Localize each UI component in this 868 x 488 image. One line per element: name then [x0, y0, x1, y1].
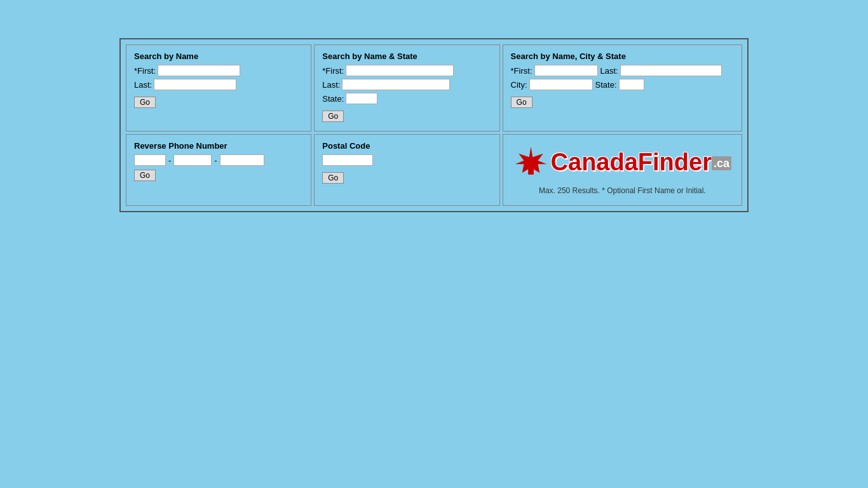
postal-code-input[interactable]: [322, 154, 373, 166]
first-name-state-input[interactable]: [346, 65, 454, 76]
first-name-input[interactable]: [158, 65, 240, 76]
first-state-label: *First:: [322, 66, 344, 76]
last-name-city-state-input[interactable]: [620, 65, 722, 76]
first-name-row: *First:: [134, 65, 303, 76]
last-name-state-input[interactable]: [342, 79, 450, 90]
panel-postal-code: Postal Code Go: [314, 134, 499, 206]
svg-rect-1: [528, 168, 534, 175]
city-label: City:: [511, 80, 527, 90]
state-city-label: State:: [595, 80, 617, 90]
last-city-state-label: Last:: [600, 66, 618, 76]
go-button-postal[interactable]: Go: [322, 172, 344, 184]
go-button-name-state[interactable]: Go: [322, 111, 344, 122]
logo-text: CanadaFinder: [551, 149, 712, 175]
go-button-city-state[interactable]: Go: [511, 97, 532, 108]
last-state-label: Last:: [322, 80, 340, 90]
logo-area: CanadaFinder.ca: [513, 145, 731, 180]
last-name-row: Last:: [134, 79, 303, 90]
first-city-state-row: *First: Last:: [511, 65, 734, 76]
panel-search-by-name: Search by Name *First: Last: Go: [126, 44, 311, 132]
go-button-phone[interactable]: Go: [134, 170, 156, 181]
last-name-input[interactable]: [154, 79, 236, 90]
footer-text: Max. 250 Results. * Optional First Name …: [539, 186, 706, 195]
panel-search-by-name-state-title: Search by Name & State: [322, 51, 491, 61]
panel-search-by-name-city-state-title: Search by Name, City & State: [511, 51, 734, 61]
maple-leaf-icon: [513, 145, 548, 180]
panel-search-by-name-state: Search by Name & State *First: Last: Sta…: [314, 44, 499, 132]
state-label: State:: [322, 94, 344, 104]
city-state-row: City: State:: [511, 79, 734, 90]
phone-area-input[interactable]: [134, 154, 166, 166]
phone-number-input[interactable]: [220, 154, 264, 166]
logo-text-container: CanadaFinder.ca: [551, 149, 731, 176]
first-city-state-label: *First:: [511, 66, 532, 76]
panel-reverse-phone-title: Reverse Phone Number: [134, 141, 303, 151]
outer-container: Search by Name *First: Last: Go Search b…: [119, 38, 749, 212]
phone-inputs: - -: [134, 154, 303, 166]
panel-logo: CanadaFinder.ca Max. 250 Results. * Opti…: [503, 134, 742, 206]
logo-ca: .ca: [712, 156, 731, 170]
phone-sep-1: -: [168, 156, 171, 165]
panel-postal-code-title: Postal Code: [322, 141, 491, 151]
panel-search-by-name-title: Search by Name: [134, 51, 303, 61]
state-city-input[interactable]: [619, 79, 644, 90]
panel-search-by-name-city-state: Search by Name, City & State *First: Las…: [503, 44, 742, 132]
last-label: Last:: [134, 80, 152, 90]
state-input[interactable]: [346, 93, 377, 104]
go-button-name[interactable]: Go: [134, 97, 156, 108]
phone-sep-2: -: [214, 156, 217, 165]
first-label: *First:: [134, 66, 156, 76]
state-row: State:: [322, 93, 491, 104]
first-name-city-state-input[interactable]: [534, 65, 598, 76]
panel-reverse-phone: Reverse Phone Number - - Go: [126, 134, 311, 206]
postal-code-row: [322, 154, 491, 166]
phone-exchange-input[interactable]: [173, 154, 212, 166]
last-name-state-row: Last:: [322, 79, 491, 90]
first-name-state-row: *First:: [322, 65, 491, 76]
search-grid: Search by Name *First: Last: Go Search b…: [126, 44, 742, 206]
city-input[interactable]: [529, 79, 593, 90]
